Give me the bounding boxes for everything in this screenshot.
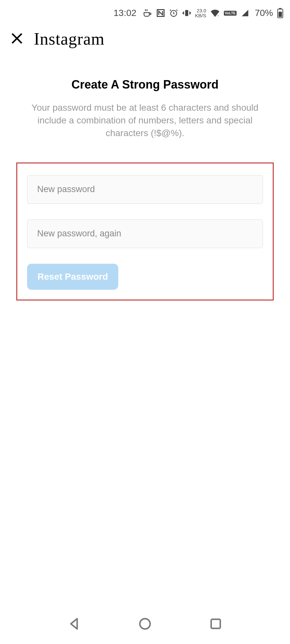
battery-percent: 70% <box>255 8 273 18</box>
svg-point-4 <box>218 15 218 16</box>
close-icon[interactable] <box>10 31 24 47</box>
app-header: Instagram <box>0 23 290 55</box>
svg-rect-7 <box>279 12 282 17</box>
battery-icon <box>277 8 283 18</box>
main-content: Create A Strong Password Your password m… <box>0 55 290 140</box>
status-time: 13:02 <box>113 8 136 18</box>
new-password-input[interactable] <box>27 175 263 204</box>
vibrate-icon <box>182 8 191 18</box>
page-title: Create A Strong Password <box>16 78 274 91</box>
volte-badge: VoLTE <box>224 11 237 16</box>
confirm-password-input[interactable] <box>27 219 263 248</box>
page-subtitle: Your password must be at least 6 charact… <box>31 101 259 140</box>
svg-rect-6 <box>279 8 282 9</box>
signal-icon <box>240 9 250 17</box>
svg-point-8 <box>140 619 150 629</box>
alarm-icon <box>169 8 178 18</box>
reset-password-button[interactable]: Reset Password <box>27 264 118 290</box>
recents-icon[interactable] <box>209 617 223 632</box>
coffee-icon <box>142 8 152 18</box>
wifi-icon <box>210 9 220 17</box>
home-icon[interactable] <box>138 617 152 632</box>
app-logo: Instagram <box>34 29 105 49</box>
back-icon[interactable] <box>67 617 81 632</box>
password-form-area: Reset Password <box>16 162 274 301</box>
svg-rect-9 <box>211 619 220 628</box>
data-rate: 23.0 KB/S <box>195 8 206 18</box>
nfc-icon <box>156 8 165 18</box>
status-bar: 13:02 23.0 KB/S VoLT <box>0 0 290 23</box>
android-nav-bar <box>0 605 290 644</box>
svg-rect-2 <box>185 10 188 16</box>
